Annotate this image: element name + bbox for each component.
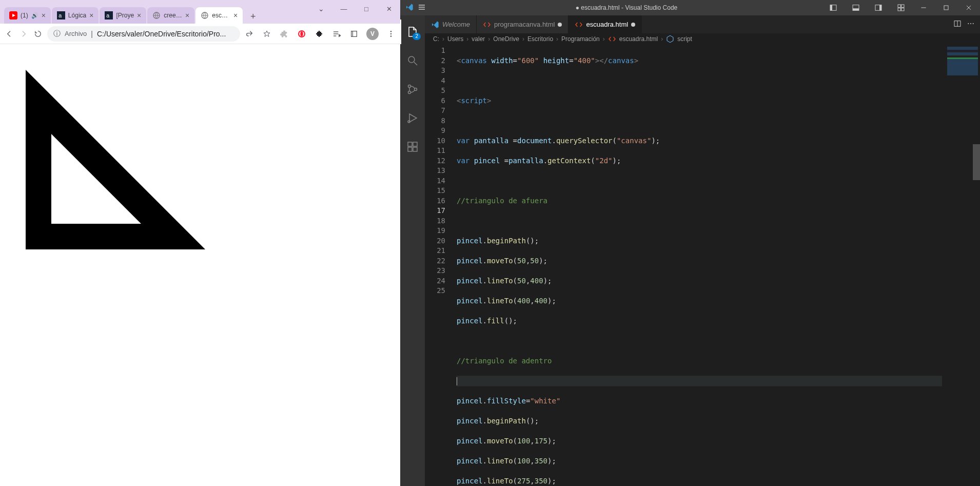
- window-minimize-button[interactable]: —: [332, 1, 355, 16]
- editor-scrollbar[interactable]: [973, 33, 980, 486]
- tab-title: escuad: [212, 12, 230, 19]
- site-info-icon[interactable]: ⓘ: [53, 29, 61, 38]
- split-editor-icon[interactable]: [953, 20, 962, 29]
- svg-point-26: [408, 85, 411, 88]
- line-number: 5: [425, 86, 445, 96]
- tab-file-programacanva[interactable]: programacanva.html: [477, 15, 569, 33]
- vscode-titlebar: ● escuadra.html - Visual Studio Code: [400, 0, 980, 15]
- svg-rect-21: [901, 5, 904, 7]
- breadcrumb-seg[interactable]: C:: [433, 35, 439, 43]
- playlist-icon[interactable]: [331, 29, 342, 39]
- toggle-sidebar-left-icon[interactable]: [822, 0, 845, 15]
- svg-point-25: [408, 56, 415, 63]
- window-maximize-button[interactable]: [935, 0, 957, 15]
- new-tab-button[interactable]: +: [246, 9, 260, 24]
- tab-title: (1): [21, 12, 28, 19]
- alura-icon: a: [105, 11, 113, 20]
- reader-mode-icon[interactable]: [349, 29, 359, 39]
- line-number: 10: [425, 136, 445, 146]
- explorer-badge: 2: [413, 33, 421, 40]
- breadcrumb-seg[interactable]: Users: [447, 35, 463, 43]
- line-number: 7: [425, 106, 445, 116]
- customize-layout-icon[interactable]: [890, 0, 912, 15]
- chrome-tab[interactable]: creepe ×: [147, 7, 194, 24]
- svg-point-12: [390, 33, 392, 34]
- tab-label: programacanva.html: [494, 21, 555, 28]
- tab-title: [Proye: [116, 12, 134, 19]
- line-number: 25: [425, 286, 445, 296]
- svg-rect-23: [901, 8, 904, 11]
- window-close-button[interactable]: [957, 0, 980, 15]
- line-number: 4: [425, 76, 445, 86]
- line-number: 1: [425, 46, 445, 56]
- reload-button[interactable]: [33, 29, 43, 39]
- run-debug-icon[interactable]: [400, 106, 425, 130]
- breadcrumb[interactable]: C:› Users› valer› OneDrive› Escritorio› …: [425, 33, 980, 45]
- globe-icon: [201, 11, 209, 20]
- close-icon[interactable]: ×: [42, 11, 46, 20]
- chrome-tab-active[interactable]: escuad ×: [195, 7, 243, 24]
- chrome-toolbar: ⓘ Archivo | C:/Users/valer/OneDrive/Escr…: [0, 24, 400, 44]
- audio-icon: 🔊: [31, 12, 38, 19]
- tab-label: Welcome: [442, 21, 470, 28]
- address-bar[interactable]: ⓘ Archivo | C:/Users/valer/OneDrive/Escr…: [47, 26, 240, 42]
- vscode-logo-icon: [405, 3, 414, 13]
- chrome-tab[interactable]: a Lógica ×: [52, 7, 99, 24]
- vscode-logo-icon: [431, 21, 439, 29]
- chrome-toolbar-right: V: [244, 28, 396, 40]
- svg-point-13: [390, 35, 392, 37]
- app-menu-button[interactable]: [418, 3, 426, 13]
- forward-button[interactable]: [18, 29, 29, 39]
- window-minimize-button[interactable]: [912, 0, 935, 15]
- line-number: 17: [425, 206, 445, 216]
- tab-welcome[interactable]: Welcome: [425, 15, 477, 33]
- breadcrumb-seg[interactable]: escuadra.html: [619, 35, 658, 43]
- extensions-icon[interactable]: [400, 134, 425, 159]
- chrome-menu-button[interactable]: [386, 29, 396, 39]
- breadcrumb-seg[interactable]: valer: [472, 35, 485, 43]
- breadcrumb-seg[interactable]: script: [677, 35, 692, 43]
- code-area[interactable]: 1 2 3 4 5 6 7 8 9 10 11 12 13 14 15 16 1: [425, 45, 980, 486]
- explorer-icon[interactable]: 2: [400, 20, 425, 44]
- close-icon[interactable]: ×: [233, 11, 238, 20]
- profile-avatar[interactable]: V: [366, 28, 379, 40]
- scrollbar-thumb[interactable]: [973, 144, 980, 180]
- chrome-tab[interactable]: a [Proye ×: [100, 7, 146, 24]
- window-close-button[interactable]: ✕: [378, 1, 400, 16]
- svg-point-37: [970, 23, 971, 24]
- vscode-body: 2: [400, 15, 980, 486]
- bookmark-icon[interactable]: [262, 29, 272, 39]
- line-number: 11: [425, 146, 445, 156]
- close-icon[interactable]: ×: [137, 11, 141, 20]
- back-button[interactable]: [4, 29, 14, 39]
- code-content[interactable]: <canvas width="600" height="400"></canva…: [452, 45, 942, 486]
- share-icon[interactable]: [244, 29, 254, 39]
- more-actions-icon[interactable]: [967, 20, 975, 29]
- breadcrumb-seg[interactable]: Escritorio: [527, 35, 553, 43]
- globe-icon: [152, 11, 161, 20]
- breadcrumb-seg[interactable]: OneDrive: [493, 35, 519, 43]
- svg-point-29: [408, 121, 410, 123]
- breadcrumb-seg[interactable]: Programación: [561, 35, 600, 43]
- toggle-panel-icon[interactable]: [845, 0, 867, 15]
- line-number: 16: [425, 196, 445, 206]
- toggle-sidebar-right-icon[interactable]: [867, 0, 890, 15]
- line-number: 22: [425, 256, 445, 266]
- line-number: 2: [425, 56, 445, 66]
- tab-search-button[interactable]: ⌄: [310, 1, 332, 16]
- chrome-tab[interactable]: (1) 🔊 ×: [4, 7, 51, 24]
- extension-icon[interactable]: [279, 29, 289, 39]
- line-number: 18: [425, 216, 445, 226]
- activity-bar: 2: [400, 15, 425, 486]
- extensions-puzzle-icon[interactable]: [314, 29, 324, 39]
- close-icon[interactable]: ×: [185, 11, 189, 20]
- source-control-icon[interactable]: [400, 77, 425, 102]
- url-path: C:/Users/valer/OneDrive/Escritorio/Pro..…: [97, 30, 234, 38]
- close-icon[interactable]: ×: [89, 11, 93, 20]
- line-number: 21: [425, 246, 445, 256]
- window-maximize-button[interactable]: □: [355, 1, 378, 16]
- tab-file-escuadra[interactable]: escuadra.html: [569, 15, 642, 33]
- search-icon[interactable]: [400, 48, 425, 73]
- svg-point-8: [300, 31, 303, 36]
- opera-extension-icon[interactable]: [297, 29, 307, 39]
